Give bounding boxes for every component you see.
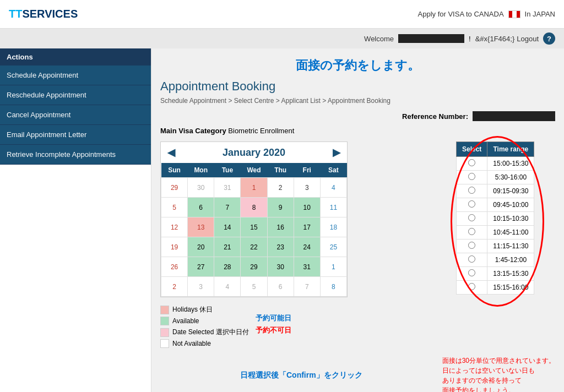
calendar-cell: 4 [320, 178, 346, 198]
logout-button[interactable]: &#x{1F464;} Logout [475, 35, 539, 43]
calendar-cell[interactable]: 13 [188, 217, 214, 237]
calendar-header: ◀ January 2020 ▶ [161, 142, 347, 163]
timeslot-radio[interactable] [468, 214, 475, 221]
timeslot-radio-cell[interactable] [457, 184, 487, 198]
legend-date-selected: Date Selected 選択中日付 [160, 328, 249, 337]
calendar-cell: 8 [320, 277, 346, 297]
calendar-cell[interactable]: 30 [267, 257, 294, 277]
timeslot-radio[interactable] [468, 159, 475, 166]
calendar-cell[interactable]: 31 [294, 257, 320, 277]
calendar-cell[interactable]: 10 [294, 198, 320, 217]
sidebar-item-reschedule[interactable]: Reschedule Appointment [0, 85, 151, 105]
calendar-container: ◀ January 2020 ▶ Sun Mon Tue Wed Thu [160, 141, 447, 348]
reference-value [473, 111, 555, 121]
calendar-next-button[interactable]: ▶ [333, 146, 340, 159]
canada-flag-icon [508, 10, 520, 18]
top-bar: Welcome ! &#x{1F464;} Logout ? [0, 29, 564, 48]
calendar-cell[interactable]: 14 [214, 217, 241, 237]
timeslot-radio-cell[interactable] [457, 226, 487, 239]
bottom-area: 日程選択後「Confirm」をクリック 面接は30分単位で用意されています。 日… [160, 356, 555, 392]
sidebar-header: Actions [0, 48, 151, 66]
timeslot-time: 09:45-10:00 [487, 198, 534, 212]
timeslot-table: Select Time range 15:00-15:305:30-16:000… [456, 141, 534, 295]
calendar-cell: 12 [161, 217, 188, 237]
visa-category-value: Biometric Enrollment [228, 127, 294, 135]
calendar-cell[interactable]: 22 [241, 237, 267, 257]
timeslot-time: 10:45-11:00 [487, 226, 534, 239]
timeslot-radio[interactable] [468, 228, 475, 235]
calendar-cell: 1 [320, 257, 346, 277]
timeslot-oval-wrapper: Select Time range 15:00-15:305:30-16:000… [456, 141, 534, 295]
timeslot-radio-cell[interactable] [457, 198, 487, 212]
timeslot-radio[interactable] [468, 187, 475, 194]
in-japan-text: In JAPAN [525, 10, 555, 18]
booking-area: ◀ January 2020 ▶ Sun Mon Tue Wed Thu [160, 141, 555, 348]
timeslot-container: Select Time range 15:00-15:305:30-16:000… [456, 141, 555, 296]
logout-icon: &#x{1F464;} [475, 35, 515, 43]
visa-apply-text: Apply for VISA to CANADA [418, 10, 504, 18]
calendar-cell[interactable]: 27 [188, 257, 214, 277]
sidebar-item-email[interactable]: Email Appointment Letter [0, 125, 151, 145]
annotation-banner: 面接の予約をします。 [160, 57, 555, 74]
calendar-cell[interactable]: 29 [241, 257, 267, 277]
timeslot-col-time: Time range [487, 142, 534, 157]
timeslot-radio-cell[interactable] [457, 281, 487, 295]
reference-row: Reference Number: [160, 111, 555, 121]
calendar-cell[interactable]: 20 [188, 237, 214, 257]
calendar-cell[interactable]: 6 [188, 198, 214, 217]
calendar-cell: 3 [188, 277, 214, 297]
calendar-cell: 18 [320, 217, 346, 237]
calendar-month-year: January 2020 [223, 147, 285, 159]
sidebar-item-retrieve[interactable]: Retrieve Incomplete Appointments [0, 145, 151, 165]
calendar-cell: 25 [320, 237, 346, 257]
calendar-cell[interactable]: 28 [214, 257, 241, 277]
timeslot-time: 10:15-10:30 [487, 212, 534, 226]
timeslot-radio[interactable] [468, 255, 475, 263]
timeslot-radio-cell[interactable] [457, 212, 487, 226]
calendar-cell[interactable]: 8 [241, 198, 267, 217]
legend-not-available-label: Not Available [172, 340, 211, 347]
timeslot-radio-cell[interactable] [457, 171, 487, 184]
visa-category-label: Main Visa Category [160, 127, 226, 135]
welcome-label: Welcome [364, 35, 394, 43]
calendar-cell: 30 [188, 178, 214, 198]
calendar-cell: 7 [294, 277, 320, 297]
timeslot-radio-cell[interactable] [457, 253, 487, 267]
calendar-prev-button[interactable]: ◀ [167, 146, 175, 159]
calendar-cell[interactable]: 21 [214, 237, 241, 257]
timeslot-radio-cell[interactable] [457, 157, 487, 171]
cal-day-sun: Sun [161, 163, 188, 178]
timeslot-radio[interactable] [468, 173, 475, 180]
calendar-cell[interactable]: 15 [241, 217, 267, 237]
timeslot-time: 13:15-15:30 [487, 267, 534, 281]
timeslot-radio[interactable] [468, 242, 475, 249]
calendar-cell: 4 [214, 277, 241, 297]
sidebar-item-schedule[interactable]: Schedule Appointment [0, 66, 151, 85]
cal-day-thu: Thu [267, 163, 294, 178]
reference-label: Reference Number: [402, 112, 468, 121]
legend-holiday-label: Holidays 休日 [172, 305, 213, 314]
timeslot-radio[interactable] [468, 269, 475, 276]
timeslot-radio-cell[interactable] [457, 267, 487, 281]
legend: Holidays 休日 Available Date Selected 選択中日… [160, 305, 249, 348]
visa-category: Main Visa Category Biometric Enrollment [160, 127, 555, 135]
page-title: Appointment Booking [160, 79, 555, 94]
calendar-cell[interactable]: 24 [294, 237, 320, 257]
help-button[interactable]: ? [543, 32, 555, 45]
timeslot-time: 15:15-16:00 [487, 281, 534, 295]
timeslot-radio[interactable] [468, 283, 475, 290]
calendar-cell[interactable]: 23 [267, 237, 294, 257]
annotation-available-day: 予約可能日 [256, 313, 291, 323]
calendar-cell[interactable]: 16 [267, 217, 294, 237]
calendar-cell[interactable]: 9 [267, 198, 294, 217]
calendar-cell: 5 [161, 198, 188, 217]
logo-services: SERVICES [22, 8, 78, 20]
timeslot-radio[interactable] [468, 200, 475, 208]
calendar-cell[interactable]: 7 [214, 198, 241, 217]
calendar-cell[interactable]: 17 [294, 217, 320, 237]
timeslot-radio-cell[interactable] [457, 239, 487, 253]
calendar: ◀ January 2020 ▶ Sun Mon Tue Wed Thu [160, 141, 348, 297]
sidebar-item-cancel[interactable]: Cancel Appointment [0, 105, 151, 125]
legend-not-available-box [160, 339, 169, 348]
calendar-cell[interactable]: 1 [241, 178, 267, 198]
